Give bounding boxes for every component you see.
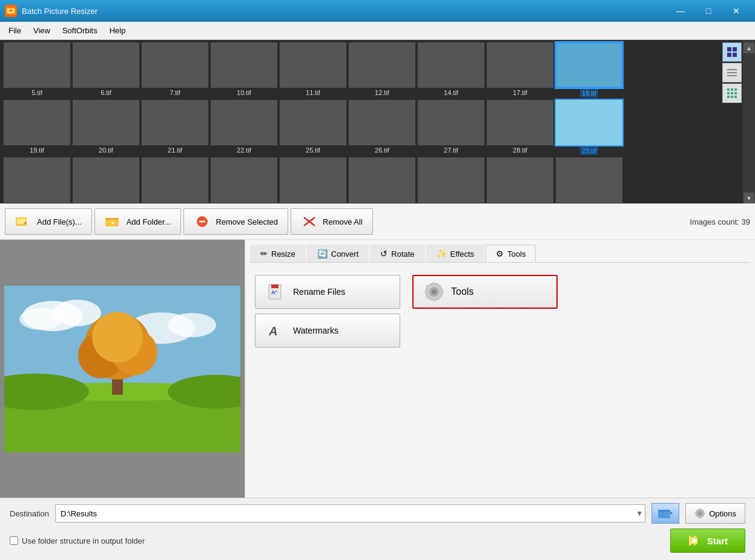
strip-item-30tif[interactable]: 30.tif	[4, 157, 70, 203]
strip-item-11tif[interactable]: 11.tif	[280, 42, 346, 96]
rename-files-label: Rename Files	[293, 287, 345, 297]
tab-convert[interactable]: 🔄 Convert	[307, 245, 369, 262]
right-buttons: Tools	[412, 275, 558, 488]
folder-structure-label: Use folder structure in output folder	[22, 536, 145, 545]
thumbnail-view-button[interactable]	[722, 42, 742, 62]
preview-pane	[0, 240, 245, 498]
strip-item-39tif[interactable]: 39.tif	[418, 157, 484, 203]
menu-softorbits[interactable]: SoftOrbits	[56, 24, 104, 38]
tab-rotate[interactable]: ↺ Rotate	[370, 245, 424, 262]
strip-item-6tif[interactable]: 6.tif	[73, 42, 139, 96]
strip-item-18tif[interactable]: 18.tif	[556, 42, 622, 97]
destination-input[interactable]	[55, 504, 645, 522]
strip-item-37tif[interactable]: 37.tif	[280, 157, 346, 203]
svg-rect-12	[734, 88, 737, 91]
strip-item-27tif[interactable]: 27.tif	[418, 100, 484, 154]
remove-selected-label: Remove Selected	[216, 217, 278, 226]
tools-button[interactable]: Tools	[412, 275, 558, 309]
svg-rect-55	[424, 291, 427, 293]
svg-rect-5	[727, 53, 731, 57]
strip-item-5tif[interactable]: 5.tif	[4, 42, 70, 96]
close-button[interactable]: ✕	[722, 0, 750, 22]
tab-resize-label: Resize	[271, 249, 295, 259]
tab-effects[interactable]: ✨ Effects	[426, 245, 485, 262]
app-icon	[5, 5, 17, 17]
scroll-down-button[interactable]: ▼	[743, 193, 754, 203]
strip-item-7tif[interactable]: 7.tif	[142, 42, 208, 96]
menu-file[interactable]: File	[2, 24, 27, 38]
svg-text:A: A	[268, 324, 277, 338]
add-files-icon: +	[15, 213, 32, 230]
svg-rect-14	[731, 92, 733, 94]
svg-text:+: +	[24, 220, 27, 226]
svg-point-65	[698, 512, 702, 516]
tab-resize[interactable]: ✏ Resize	[250, 245, 306, 262]
minimize-button[interactable]: —	[667, 0, 694, 22]
tabs: ✏ Resize 🔄 Convert ↺ Rotate ✨ Effects ⚙	[250, 245, 750, 263]
strip-item-17tif[interactable]: 17.tif	[487, 42, 553, 96]
strip-item-autumn-lake[interactable]: autumn lake.tif	[556, 157, 622, 203]
strip-item-33tif[interactable]: 33.tif	[142, 157, 208, 203]
svg-rect-15	[734, 92, 737, 94]
rename-files-button[interactable]: A³ Rename Files	[255, 275, 400, 309]
strip-row-3: 30.tif 32.tif 33.tif 35.tif 37.tif 38.ti…	[2, 155, 730, 203]
watermarks-icon: A	[265, 320, 287, 341]
add-files-button[interactable]: + Add File(s)...	[5, 208, 92, 235]
left-buttons: A³ Rename Files A Watermarks	[255, 275, 400, 488]
strip-item-26tif[interactable]: 26.tif	[349, 100, 415, 154]
tools-label: Tools	[451, 286, 473, 297]
start-button[interactable]: Start	[670, 529, 745, 553]
add-folder-label: Add Folder...	[127, 217, 171, 226]
strip-item-32tif[interactable]: 32.tif	[73, 157, 139, 203]
watermarks-button[interactable]: A Watermarks	[255, 314, 400, 348]
svg-text:A³: A³	[271, 289, 277, 295]
browse-button[interactable]	[651, 503, 679, 524]
maximize-button[interactable]: □	[694, 0, 722, 22]
svg-rect-69	[704, 513, 705, 514]
menu-view[interactable]: View	[27, 24, 56, 38]
strip-item-12tif[interactable]: 12.tif	[349, 42, 415, 96]
svg-point-43	[92, 312, 143, 363]
strip-row-2: 19.tif 20.tif 21.tif 22.tif 25.tif 26.ti…	[2, 97, 730, 155]
svg-rect-54	[433, 298, 435, 301]
strip-item-25tif[interactable]: 25.tif	[280, 100, 346, 154]
strip-item-21tif[interactable]: 21.tif	[142, 100, 208, 154]
folder-structure-checkbox-row: Use folder structure in output folder	[10, 536, 145, 545]
strip-item-14tif[interactable]: 14.tif	[418, 42, 484, 96]
svg-point-36	[168, 313, 216, 337]
svg-rect-67	[699, 517, 701, 519]
options-button[interactable]: Options	[685, 503, 745, 524]
strip-item-28tif[interactable]: 28.tif	[487, 100, 553, 154]
svg-rect-56	[441, 291, 444, 293]
remove-all-button[interactable]: Remove All	[291, 208, 373, 235]
strip-item-35tif[interactable]: 35.tif	[211, 157, 277, 203]
tab-tools-label: Tools	[507, 249, 526, 259]
convert-tab-icon: 🔄	[317, 249, 328, 259]
grid-view-button[interactable]	[722, 84, 742, 103]
rename-files-icon: A³	[265, 281, 287, 303]
svg-rect-4	[733, 47, 737, 51]
strip-item-38tif[interactable]: 38.tif	[349, 157, 415, 203]
svg-rect-62	[658, 512, 670, 518]
options-gear-icon	[694, 508, 705, 519]
scroll-up-button[interactable]: ▲	[743, 42, 754, 53]
list-view-button[interactable]	[722, 63, 742, 82]
bottom-action-bar: Use folder structure in output folder St…	[0, 529, 755, 560]
strip-item-20tif[interactable]: 20.tif	[73, 100, 139, 154]
svg-point-34	[19, 308, 62, 330]
svg-rect-7	[727, 69, 737, 70]
menu-help[interactable]: Help	[104, 24, 132, 38]
strip-item-29tif[interactable]: 29.tif	[556, 100, 622, 155]
destination-dropdown-icon[interactable]: ▼	[636, 509, 643, 518]
strip-item-40tif[interactable]: 40.tif	[487, 157, 553, 203]
tab-tools[interactable]: ⚙ Tools	[486, 245, 536, 262]
strip-item-10tif[interactable]: 10.tif	[211, 42, 277, 96]
strip-item-19tif[interactable]: 19.tif	[4, 100, 70, 154]
tab-convert-label: Convert	[331, 249, 359, 259]
remove-selected-button[interactable]: Remove Selected	[183, 208, 288, 235]
svg-rect-53	[433, 282, 435, 285]
svg-rect-3	[727, 47, 731, 51]
folder-structure-checkbox[interactable]	[10, 536, 18, 545]
strip-item-22tif[interactable]: 22.tif	[211, 100, 277, 154]
add-folder-button[interactable]: + Add Folder...	[94, 208, 182, 235]
